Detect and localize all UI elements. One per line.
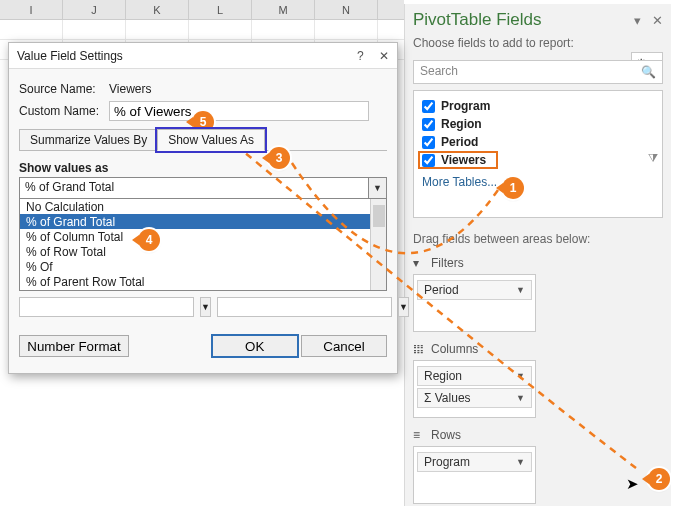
filters-well[interactable]: Period▼	[413, 274, 536, 332]
chevron-down-icon: ▼	[516, 281, 525, 300]
cancel-button[interactable]: Cancel	[301, 335, 387, 357]
field-checkbox[interactable]	[422, 118, 435, 131]
drag-hint: Drag fields between areas below:	[413, 232, 663, 246]
field-label: Region	[441, 117, 482, 131]
chevron-down-icon: ▼	[516, 389, 525, 408]
col-header[interactable]: M	[252, 0, 315, 19]
col-header[interactable]: K	[126, 0, 189, 19]
pane-close-icon[interactable]: ✕	[652, 13, 663, 28]
columns-icon: 𝍖	[413, 342, 425, 356]
filter-icon[interactable]: ⧩	[648, 151, 658, 165]
field-checkbox[interactable]	[422, 100, 435, 113]
option-percent-of[interactable]: % Of	[20, 259, 386, 274]
area-title: Rows	[431, 428, 461, 442]
option-no-calculation[interactable]: No Calculation	[20, 199, 386, 214]
chevron-down-icon[interactable]: ▼	[368, 178, 386, 198]
show-values-as-label: Show values as	[19, 161, 387, 175]
pill-label: Program	[424, 453, 470, 472]
pill-label: Period	[424, 281, 459, 300]
pill-label: Region	[424, 367, 462, 386]
pane-dropdown-icon[interactable]: ▾	[634, 13, 641, 28]
field-checkbox[interactable]	[422, 154, 435, 167]
field-label: Period	[441, 135, 478, 149]
pill-label: Σ Values	[424, 389, 471, 408]
option-percent-column-total[interactable]: % of Column Total	[20, 229, 386, 244]
area-title: Filters	[431, 256, 464, 270]
value-field-settings-dialog: Value Field Settings ? ✕ Source Name: Vi…	[8, 42, 398, 374]
tab-summarize-values-by[interactable]: Summarize Values By	[19, 129, 158, 151]
dialog-titlebar[interactable]: Value Field Settings ? ✕	[9, 43, 397, 69]
area-filters: ▾Filters Period▼	[413, 252, 536, 332]
more-tables-link[interactable]: More Tables...	[422, 175, 654, 189]
option-percent-grand-total[interactable]: % of Grand Total	[20, 214, 386, 229]
show-values-as-listbox[interactable]: No Calculation % of Grand Total % of Col…	[19, 199, 387, 291]
filters-icon: ▾	[413, 256, 425, 270]
show-values-as-combobox[interactable]: % of Grand Total ▼	[19, 177, 387, 199]
field-checkbox[interactable]	[422, 136, 435, 149]
area-rows: ≡Rows Program▼	[413, 424, 536, 504]
close-icon[interactable]: ✕	[379, 49, 389, 63]
field-region[interactable]: Region	[422, 115, 654, 133]
pill-region[interactable]: Region▼	[417, 366, 532, 386]
rows-icon: ≡	[413, 428, 425, 442]
option-percent-row-total[interactable]: % of Row Total	[20, 244, 386, 259]
scrollbar-thumb[interactable]	[373, 205, 385, 227]
col-header[interactable]: J	[63, 0, 126, 19]
callout-4: 4	[138, 229, 160, 251]
area-columns: 𝍖Columns Region▼ Σ Values▼	[413, 338, 536, 418]
tab-show-values-as[interactable]: Show Values As	[157, 129, 265, 151]
source-name-label: Source Name:	[19, 82, 109, 96]
pill-program[interactable]: Program▼	[417, 452, 532, 472]
field-program[interactable]: Program	[422, 97, 654, 115]
custom-name-input[interactable]	[109, 101, 369, 121]
col-header[interactable]: I	[0, 0, 63, 19]
chevron-down-icon: ▼	[398, 297, 409, 317]
callout-3: 3	[268, 147, 290, 169]
chevron-down-icon: ▼	[516, 367, 525, 386]
chevron-down-icon: ▼	[200, 297, 211, 317]
number-format-button[interactable]: Number Format	[19, 335, 129, 357]
search-icon: 🔍	[641, 65, 656, 79]
area-title: Columns	[431, 342, 478, 356]
columns-well[interactable]: Region▼ Σ Values▼	[413, 360, 536, 418]
field-list: Program Region Period Viewers ⧩ More Tab…	[413, 90, 663, 218]
chevron-down-icon: ▼	[516, 453, 525, 472]
rows-well[interactable]: Program▼	[413, 446, 536, 504]
callout-1: 1	[502, 177, 524, 199]
custom-name-label: Custom Name:	[19, 104, 109, 118]
pill-sigma-values[interactable]: Σ Values▼	[417, 388, 532, 408]
col-header[interactable]: N	[315, 0, 378, 19]
base-item-combo	[217, 297, 392, 317]
pill-period[interactable]: Period▼	[417, 280, 532, 300]
callout-2: 2	[648, 468, 670, 490]
pivottable-fields-pane: PivotTable Fields ▾ ✕ Choose fields to a…	[404, 4, 671, 506]
field-label: Program	[441, 99, 490, 113]
pane-title: PivotTable Fields	[413, 10, 542, 30]
listbox-scrollbar[interactable]	[370, 199, 386, 290]
field-viewers[interactable]: Viewers	[422, 151, 654, 169]
column-headers: I J K L M N	[0, 0, 404, 20]
pane-subtitle: Choose fields to add to report:	[413, 36, 663, 50]
help-icon[interactable]: ?	[357, 49, 364, 63]
combobox-selected: % of Grand Total	[20, 178, 386, 196]
ok-button[interactable]: OK	[212, 335, 298, 357]
col-header[interactable]: L	[189, 0, 252, 19]
base-field-combo	[19, 297, 194, 317]
dialog-title: Value Field Settings	[17, 49, 123, 63]
source-name-value: Viewers	[109, 82, 151, 96]
field-label: Viewers	[441, 153, 486, 167]
search-input[interactable]: Search 🔍	[413, 60, 663, 84]
search-placeholder: Search	[420, 64, 458, 78]
option-percent-parent-row-total[interactable]: % of Parent Row Total	[20, 274, 386, 289]
field-period[interactable]: Period	[422, 133, 654, 151]
